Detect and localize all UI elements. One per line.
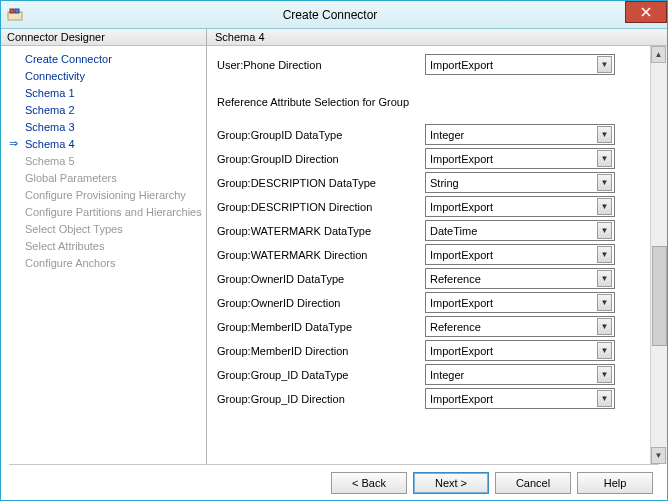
chevron-down-icon: ▼ [597,270,612,287]
nav-item-label: Schema 3 [25,121,75,133]
form-area: User:Phone Direction ImportExport ▼ Refe… [207,46,650,464]
footer: < Back Next > Cancel Help [1,465,667,501]
nav-item-label: Configure Provisioning Hierarchy [25,189,186,201]
nav-item: Configure Partitions and Hierarchies [1,203,206,220]
nav-item[interactable]: Connectivity [1,67,206,84]
direction-select[interactable]: ImportExport▼ [425,340,615,361]
datatype-select[interactable]: DateTime▼ [425,220,615,241]
form-row: User:Phone Direction ImportExport ▼ [217,54,650,75]
field-label: Group:OwnerID DataType [217,273,425,285]
scroll-down-icon[interactable]: ▼ [651,447,666,464]
select-value: DateTime [430,225,477,237]
nav-item-label: Schema 2 [25,104,75,116]
next-button[interactable]: Next > [413,472,489,494]
datatype-select[interactable]: Integer▼ [425,364,615,385]
form-row: Group:GroupID DataTypeInteger▼ [217,124,650,145]
nav-item-label: Create Connector [25,53,112,65]
direction-select[interactable]: ImportExport ▼ [425,54,615,75]
nav-item-label: Schema 4 [25,138,75,150]
direction-select[interactable]: ImportExport▼ [425,148,615,169]
field-label: User:Phone Direction [217,59,425,71]
nav-item-label: Schema 5 [25,155,75,167]
select-value: ImportExport [430,153,493,165]
back-button[interactable]: < Back [331,472,407,494]
select-value: Reference [430,321,481,333]
field-label: Group:DESCRIPTION DataType [217,177,425,189]
direction-select[interactable]: ImportExport▼ [425,292,615,313]
select-value: ImportExport [430,249,493,261]
chevron-down-icon: ▼ [597,366,612,383]
nav-item: Select Object Types [1,220,206,237]
nav-item: Configure Provisioning Hierarchy [1,186,206,203]
form-row: Group:DESCRIPTION DataTypeString▼ [217,172,650,193]
nav-item: Configure Anchors [1,254,206,271]
nav-item-label: Select Object Types [25,223,123,235]
select-value: ImportExport [430,297,493,309]
direction-select[interactable]: ImportExport▼ [425,388,615,409]
section-header: Reference Attribute Selection for Group [217,78,650,124]
chevron-down-icon: ▼ [597,246,612,263]
chevron-down-icon: ▼ [597,294,612,311]
field-label: Group:GroupID Direction [217,153,425,165]
field-label: Group:MemberID Direction [217,345,425,357]
vertical-scrollbar[interactable]: ▲ ▼ [650,46,667,464]
chevron-down-icon: ▼ [597,222,612,239]
form-row: Group:MemberID DirectionImportExport▼ [217,340,650,361]
form-row: Group:Group_ID DirectionImportExport▼ [217,388,650,409]
scrollbar-thumb[interactable] [652,246,667,346]
nav-item-label: Connectivity [25,70,85,82]
field-label: Group:Group_ID Direction [217,393,425,405]
chevron-down-icon: ▼ [597,56,612,73]
direction-select[interactable]: ImportExport▼ [425,244,615,265]
select-value: Reference [430,273,481,285]
direction-select[interactable]: ImportExport▼ [425,196,615,217]
chevron-down-icon: ▼ [597,198,612,215]
nav-item: Schema 5 [1,152,206,169]
datatype-select[interactable]: Reference▼ [425,316,615,337]
nav-item[interactable]: Schema 3 [1,118,206,135]
app-icon [7,7,23,23]
svg-rect-1 [10,9,14,13]
form-row: Group:GroupID DirectionImportExport▼ [217,148,650,169]
close-button[interactable] [625,1,667,23]
nav-item[interactable]: Schema 2 [1,101,206,118]
form-row: Group:DESCRIPTION DirectionImportExport▼ [217,196,650,217]
chevron-down-icon: ▼ [597,150,612,167]
form-row: Group:OwnerID DirectionImportExport▼ [217,292,650,313]
form-row: Group:MemberID DataTypeReference▼ [217,316,650,337]
chevron-down-icon: ▼ [597,342,612,359]
select-value: Integer [430,129,464,141]
nav-item-label: Schema 1 [25,87,75,99]
field-label: Group:WATERMARK DataType [217,225,425,237]
select-value: ImportExport [430,393,493,405]
select-value: Integer [430,369,464,381]
cancel-button[interactable]: Cancel [495,472,571,494]
nav-item: Select Attributes [1,237,206,254]
datatype-select[interactable]: Integer▼ [425,124,615,145]
datatype-select[interactable]: String▼ [425,172,615,193]
scroll-up-icon[interactable]: ▲ [651,46,666,63]
nav-item[interactable]: ⇒Schema 4 [1,135,206,152]
nav-item[interactable]: Schema 1 [1,84,206,101]
field-label: Group:MemberID DataType [217,321,425,333]
form-row: Group:WATERMARK DirectionImportExport▼ [217,244,650,265]
form-row: Group:Group_ID DataTypeInteger▼ [217,364,650,385]
svg-rect-2 [15,9,19,13]
main-header: Schema 4 [207,29,667,46]
chevron-down-icon: ▼ [597,126,612,143]
select-value: ImportExport [430,345,493,357]
nav-item[interactable]: Create Connector [1,50,206,67]
chevron-down-icon: ▼ [597,318,612,335]
select-value: String [430,177,459,189]
field-label: Group:DESCRIPTION Direction [217,201,425,213]
field-label: Group:OwnerID Direction [217,297,425,309]
title-bar: Create Connector [1,1,667,29]
window-title: Create Connector [23,8,637,22]
datatype-select[interactable]: Reference▼ [425,268,615,289]
nav-item-label: Configure Anchors [25,257,116,269]
field-label: Group:GroupID DataType [217,129,425,141]
field-label: Group:Group_ID DataType [217,369,425,381]
nav-header: Connector Designer [1,29,206,46]
help-button[interactable]: Help [577,472,653,494]
nav-item-label: Select Attributes [25,240,105,252]
